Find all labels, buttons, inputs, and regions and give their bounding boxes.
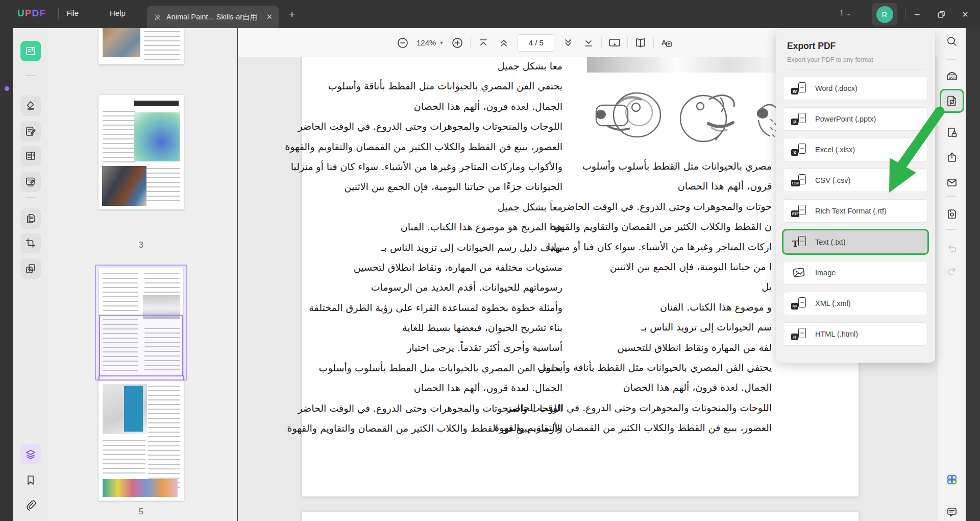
translate-icon[interactable]: A bbox=[660, 36, 673, 50]
export-option-xml[interactable]: </> XML (.xml) bbox=[783, 292, 928, 315]
maximize-button[interactable] bbox=[934, 7, 949, 21]
export-option-rtf[interactable]: RTF Rich Text Format (.rtf) bbox=[783, 199, 928, 223]
reader-mode-icon[interactable] bbox=[20, 41, 41, 61]
thumbnail-viewport-indicator[interactable] bbox=[99, 315, 183, 377]
toolbar-divider bbox=[26, 75, 36, 76]
ai-assistant-icon[interactable] bbox=[942, 470, 962, 489]
zoom-in-icon[interactable] bbox=[451, 36, 464, 50]
export-option-csv[interactable]: CSV CSV (.csv) bbox=[783, 169, 928, 192]
watermark-icon[interactable] bbox=[20, 258, 41, 279]
mail-icon[interactable] bbox=[942, 173, 962, 192]
thumbnail-page-3[interactable] bbox=[99, 95, 184, 209]
thumbnail-page-2[interactable] bbox=[99, 28, 184, 64]
document-right-column: مصري بالحيوانات مثل القطط بأسلوب وأسلوب … bbox=[459, 156, 772, 438]
updf-logo[interactable]: UPDF bbox=[17, 8, 46, 19]
ocr-icon[interactable]: OCR bbox=[942, 66, 962, 86]
document-text-line: يحتفي الفن المصري بالحيوانات مثل القطط ب… bbox=[459, 358, 772, 377]
pdf-page-5-top[interactable] bbox=[302, 512, 859, 521]
toolbar-divider bbox=[946, 196, 957, 197]
bookmark-icon[interactable] bbox=[20, 470, 41, 490]
right-window-edge bbox=[966, 28, 980, 521]
thumbnail-viewport-indicator[interactable] bbox=[99, 375, 184, 381]
window-count-dropdown[interactable]: 1⌄ bbox=[840, 9, 851, 17]
document-text-line: لفة من المهارة ونقاط انطلاق للتحسين bbox=[459, 338, 772, 358]
document-tab[interactable]: Animal Paint... Skills-ar自用 ✕ bbox=[147, 6, 279, 28]
undo-icon[interactable] bbox=[942, 239, 962, 258]
menu-help[interactable]: Help bbox=[110, 9, 126, 17]
document-text-line: و موضوع هذا الكتاب. الفنان bbox=[459, 297, 772, 317]
txt-file-icon: T bbox=[791, 235, 807, 249]
export-option-excel[interactable]: X Excel (.xlsx) bbox=[783, 138, 928, 161]
copy-pages-icon[interactable] bbox=[20, 208, 41, 229]
document-text-line: العصور، يبيع فن القطط والكلاب الكثير من … bbox=[459, 418, 772, 438]
export-convert-icon-active[interactable] bbox=[940, 89, 964, 113]
redo-icon[interactable] bbox=[942, 261, 962, 280]
zoom-level[interactable]: 124% bbox=[416, 38, 436, 47]
window-close-button[interactable]: ✕ bbox=[958, 7, 973, 21]
thumbnail-page-4-selected[interactable] bbox=[95, 265, 187, 381]
feedback-comment-icon[interactable] bbox=[942, 502, 962, 521]
attachment-paperclip-icon[interactable] bbox=[20, 495, 41, 515]
crop-icon[interactable] bbox=[20, 233, 41, 253]
document-text-line: الجمال. لعدة قرون، ألهم هذا الحصان bbox=[459, 377, 772, 397]
document-text-line: الجمال. لعدة قرون، ألهم هذا الحصان bbox=[305, 97, 562, 116]
presentation-mode-icon[interactable] bbox=[608, 36, 621, 50]
protect-lock-icon[interactable] bbox=[942, 123, 962, 142]
toolbar-divider bbox=[470, 37, 471, 49]
word-file-icon: W bbox=[791, 82, 807, 95]
export-option-image[interactable]: Image bbox=[783, 261, 928, 285]
annotate-page-icon[interactable] bbox=[20, 121, 41, 141]
export-option-word[interactable]: W Word (.docx) bbox=[783, 77, 928, 100]
left-toolbar bbox=[13, 28, 48, 521]
previous-page-icon[interactable] bbox=[497, 36, 510, 50]
first-page-icon[interactable] bbox=[477, 36, 490, 50]
zoom-out-icon[interactable] bbox=[396, 36, 409, 50]
account-button[interactable]: R bbox=[872, 3, 897, 26]
readonly-pencil-icon bbox=[153, 13, 162, 21]
menu-file[interactable]: File bbox=[66, 9, 79, 17]
next-page-icon[interactable] bbox=[561, 36, 575, 50]
document-text-line: يحتفي الفن المصري بالحيوانات مثل القطط ب… bbox=[305, 76, 562, 96]
document-text-line: العصور، يبيع فن القطط والكلاب الكثير من … bbox=[305, 137, 562, 157]
document-text-line: معا بشكل جميل bbox=[305, 56, 562, 76]
thumbnail-photo bbox=[103, 28, 140, 57]
search-icon[interactable] bbox=[942, 32, 962, 51]
toolbar-divider bbox=[26, 197, 36, 198]
zoom-dropdown-caret-icon[interactable]: ▼ bbox=[439, 40, 444, 45]
edit-page-icon[interactable] bbox=[20, 172, 41, 192]
export-option-html[interactable]: H HTML (.html) bbox=[783, 322, 928, 346]
chevron-down-icon: ⌄ bbox=[846, 10, 851, 16]
minimize-button[interactable]: – bbox=[910, 7, 925, 21]
thumbnail-text-lines bbox=[144, 31, 180, 62]
csv-file-icon: CSV bbox=[791, 174, 807, 187]
thumbnail-page-number: 3 bbox=[99, 241, 184, 250]
save-icon[interactable] bbox=[942, 204, 962, 224]
last-page-icon[interactable] bbox=[582, 36, 595, 50]
share-icon[interactable] bbox=[942, 148, 962, 167]
toolbar-divider bbox=[601, 37, 602, 49]
thumbnail-page-5[interactable] bbox=[99, 375, 184, 501]
layers-icon[interactable] bbox=[20, 444, 41, 464]
tab-close-icon[interactable]: ✕ bbox=[266, 12, 273, 21]
export-panel-title: Export PDF bbox=[787, 41, 836, 52]
toolbar-divider bbox=[946, 59, 957, 60]
powerpoint-file-icon: P bbox=[791, 112, 807, 126]
document-text-line: اركات المتاجر وغيرها من الأشياء. سواء كا… bbox=[459, 237, 772, 257]
export-panel-subtitle: Export your PDF to any format bbox=[787, 56, 873, 63]
highlighter-icon[interactable] bbox=[20, 96, 41, 116]
reading-mode-book-icon[interactable] bbox=[634, 36, 647, 50]
page-thumbnails-panel: 2 3 4 5 bbox=[48, 28, 237, 521]
export-option-powerpoint[interactable]: P PowerPoint (.pptx) bbox=[783, 107, 928, 131]
organize-pages-icon[interactable] bbox=[20, 146, 41, 166]
document-text-line: اللوحات والمنحوتات والمجوهرات وحتى الدرو… bbox=[305, 116, 562, 136]
document-text-line: حوتات والمجوهرات وحتى الدروع. في الوقت ا… bbox=[459, 197, 772, 217]
page-indicator-input[interactable] bbox=[518, 34, 554, 52]
thumbnail-title-line bbox=[134, 101, 179, 106]
titlebar-divider bbox=[905, 8, 905, 19]
export-option-text-highlighted[interactable]: T Text (.txt) bbox=[782, 229, 929, 255]
thumbnail-paint-buckets-photo bbox=[102, 166, 146, 206]
tab-title: Animal Paint... Skills-ar自用 bbox=[166, 12, 261, 22]
new-tab-button[interactable]: + bbox=[289, 8, 295, 20]
left-window-edge bbox=[0, 28, 13, 521]
svg-text:A: A bbox=[662, 39, 667, 46]
